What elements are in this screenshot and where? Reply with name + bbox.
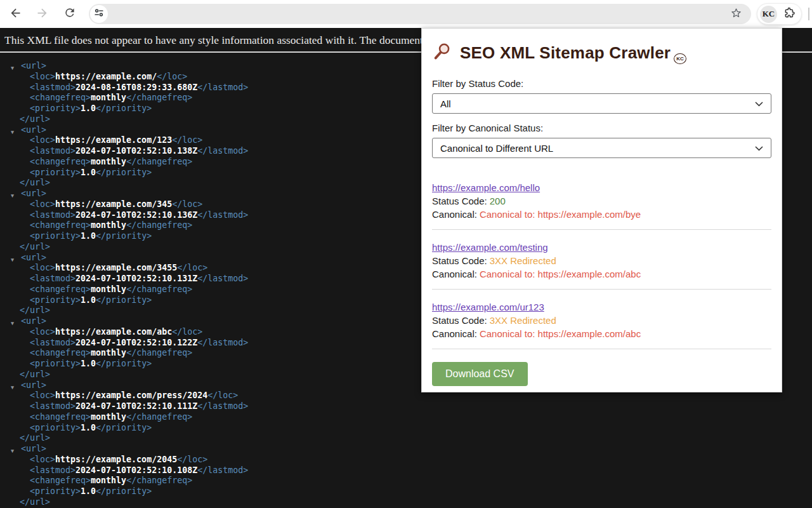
- xml-value: 1.0: [81, 486, 96, 496]
- xml-tag: <priority>: [30, 486, 81, 496]
- xml-line: </url>: [0, 433, 812, 444]
- xml-tag: <changefreq>: [30, 476, 91, 485]
- xml-tag: <lastmod>: [30, 274, 75, 283]
- xml-line: </url>: [0, 497, 812, 508]
- chevron-down-icon: [755, 142, 763, 154]
- xml-value: monthly: [91, 476, 126, 485]
- xml-tag: </changefreq>: [126, 157, 192, 166]
- xml-tag: <lastmod>: [30, 146, 75, 156]
- xml-value: https://example.com/2045: [55, 455, 177, 464]
- xml-value: 2024-07-10T02:52:10.111Z: [75, 401, 197, 411]
- xml-tag: </url>: [20, 370, 50, 379]
- xml-tag: <changefreq>: [30, 93, 91, 102]
- xml-tag: </lastmod>: [197, 210, 248, 220]
- xml-tag: <url>: [21, 125, 46, 135]
- xml-tag: <changefreq>: [30, 220, 91, 230]
- xml-tag: </lastmod>: [197, 338, 248, 347]
- xml-tag: <priority>: [30, 168, 81, 177]
- xml-tag: </changefreq>: [126, 348, 192, 358]
- xml-tag: </changefreq>: [126, 476, 192, 485]
- bookmark-star-icon: [730, 6, 743, 22]
- xml-value: 1.0: [81, 295, 96, 305]
- site-settings-icon: [94, 8, 104, 20]
- address-bar[interactable]: [89, 4, 751, 24]
- back-icon: [9, 6, 22, 22]
- result-url-link[interactable]: https://example.com/testing: [432, 241, 548, 254]
- status-code-label: Status Code:: [432, 255, 487, 266]
- result-item: https://example.com/ur123 Status Code:3X…: [432, 300, 771, 349]
- canonical-value: Canonical to: https://example.com/bye: [480, 209, 641, 220]
- result-item: https://example.com/hello Status Code:20…: [432, 181, 771, 230]
- chevron-down-icon: [755, 98, 763, 109]
- xml-tag: </priority>: [96, 231, 152, 241]
- xml-tag: </loc>: [172, 199, 202, 209]
- xml-value: monthly: [91, 220, 126, 230]
- xml-line: <loc>https://example.com/2045</loc>: [0, 455, 812, 465]
- xml-value: https://example.com/abc: [55, 327, 172, 337]
- result-url-link[interactable]: https://example.com/hello: [432, 181, 540, 194]
- xml-value: monthly: [91, 348, 126, 358]
- result-status-line: Status Code:3XX Redirected: [432, 254, 771, 267]
- xml-tag: </changefreq>: [126, 412, 192, 422]
- forward-icon: [36, 6, 49, 22]
- xml-tag: <url>: [21, 444, 46, 453]
- xml-tag: </url>: [20, 305, 50, 315]
- xml-value: 1.0: [81, 423, 96, 432]
- reload-button[interactable]: [58, 3, 81, 25]
- xml-tag: <priority>: [30, 231, 81, 241]
- xml-tag: <url>: [21, 380, 46, 390]
- download-csv-button[interactable]: Download CSV: [432, 362, 528, 386]
- xml-tag: <loc>: [30, 135, 55, 145]
- xml-tag: <changefreq>: [30, 284, 91, 294]
- status-code-value: 3XX Redirected: [490, 315, 556, 326]
- xml-tag: </lastmod>: [197, 83, 248, 92]
- xml-value: https://example.com/123: [55, 135, 172, 145]
- status-filter-value: All: [440, 98, 451, 109]
- seo-crawler-popup: SEO XML Sitemap CrawlerKC Filter by Stat…: [421, 28, 782, 392]
- status-filter-select[interactable]: All: [432, 93, 771, 114]
- status-code-value: 200: [490, 196, 506, 206]
- xml-tag: </loc>: [172, 135, 202, 145]
- canonical-value: Canonical to: https://example.com/abc: [480, 328, 641, 339]
- extensions-menu-button[interactable]: [783, 6, 796, 22]
- xml-value: monthly: [91, 284, 126, 294]
- result-url-link[interactable]: https://example.com/ur123: [432, 300, 544, 314]
- xml-value: monthly: [91, 157, 126, 166]
- xml-tag: </priority>: [96, 104, 152, 113]
- xml-tag: </loc>: [177, 263, 207, 272]
- xml-line: <changefreq>monthly</changefreq>: [0, 412, 812, 423]
- status-code-value: 3XX Redirected: [490, 255, 556, 266]
- canonical-filter-select[interactable]: Canonical to Different URL: [432, 138, 771, 158]
- xml-tag: </changefreq>: [126, 93, 192, 102]
- xml-line: <priority>1.0</priority>: [0, 423, 812, 434]
- xml-tag: <url>: [21, 253, 46, 262]
- site-settings-button[interactable]: [90, 5, 108, 23]
- canonical-label: Canonical:: [432, 269, 477, 279]
- xml-tag: </url>: [20, 242, 50, 251]
- bookmark-button[interactable]: [727, 5, 745, 23]
- canonical-filter-value: Canonical to Different URL: [440, 143, 553, 154]
- xml-tag: <lastmod>: [30, 210, 75, 220]
- xml-tag: <priority>: [30, 104, 81, 113]
- xml-tag: </lastmod>: [197, 274, 248, 283]
- kc-trademark-badge: KC: [674, 53, 686, 64]
- result-item: https://example.com/testing Status Code:…: [432, 241, 771, 290]
- back-button[interactable]: [4, 3, 27, 25]
- xml-tag: </priority>: [96, 168, 152, 177]
- forward-button[interactable]: [30, 3, 53, 25]
- status-filter-label: Filter by Status Code:: [432, 78, 771, 89]
- xml-value: https://example.com/: [55, 72, 157, 81]
- xml-value: 2024-08-16T08:29:33.680Z: [75, 83, 197, 92]
- crawl-results: https://example.com/hello Status Code:20…: [432, 181, 771, 349]
- popup-header: SEO XML Sitemap CrawlerKC: [432, 42, 771, 64]
- xml-tag: </loc>: [157, 72, 187, 81]
- result-canonical-line: Canonical:Canonical to: https://example.…: [432, 267, 771, 281]
- xml-tag: </lastmod>: [197, 401, 248, 411]
- xml-tag: </priority>: [96, 359, 152, 368]
- xml-tag: <loc>: [30, 327, 55, 337]
- xml-value: monthly: [91, 93, 126, 102]
- popup-title: SEO XML Sitemap CrawlerKC: [460, 43, 686, 63]
- xml-line: <priority>1.0</priority>: [0, 486, 812, 497]
- xml-tag: <url>: [21, 189, 46, 198]
- extension-kc-button[interactable]: KC: [760, 6, 777, 23]
